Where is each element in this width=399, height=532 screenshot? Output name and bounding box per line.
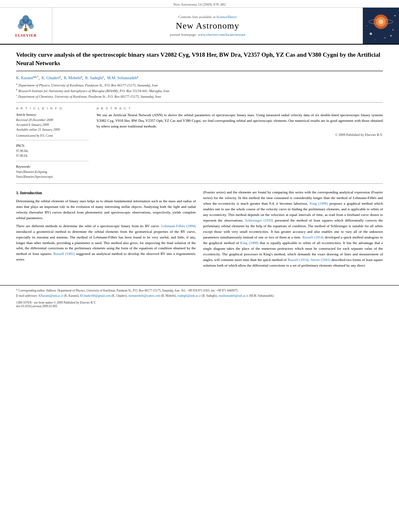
email-soltanzadeh[interactable]: msoltanzadeh@uok.ac.ir <box>218 294 248 298</box>
journal-thumbnail-image <box>363 8 399 44</box>
svg-point-10 <box>378 19 383 24</box>
ref-lehmann-1894[interactable]: Lehmann-Filhés (1894) <box>161 224 196 228</box>
author-2-sup: a <box>60 75 61 78</box>
ref-russell-1902[interactable]: Russell (1902) <box>53 252 75 256</box>
elsevier-logo: ELSEVIER <box>15 14 37 37</box>
svg-rect-6 <box>24 28 27 31</box>
abstract-col: A B S T R A C T We use an Artificial Neu… <box>97 107 383 179</box>
pacs-label: PACS: <box>16 144 88 148</box>
svg-point-16 <box>393 29 394 31</box>
affil-c-text: Department of Chemistry, University of K… <box>17 94 161 99</box>
communicated-by: Communicated by P.S. Conti <box>16 134 88 138</box>
sciencedirect-link: Contents lists available at ScienceDirec… <box>179 15 237 19</box>
journal-meta-text: New Astronomy 14 (2009) 478–482 <box>173 2 226 6</box>
page-footer: * Corresponding author. Address: Departm… <box>0 285 399 308</box>
svg-point-12 <box>370 33 372 35</box>
affil-b-text: Research Institute for Astronomy and Ast… <box>18 89 170 93</box>
journal-homepage-link[interactable]: www.elsevier.com/locate/newast <box>198 33 245 37</box>
ref-sterne-1941[interactable]: Sterne (1941) <box>311 258 330 262</box>
footer-copyright: 1384-1076/$ - see front matter © 2009 Pu… <box>16 301 383 308</box>
author-5-sup: a <box>137 75 138 78</box>
ref-king-1908[interactable]: King (1908) <box>310 201 328 205</box>
section-1-heading: 1. Introduction <box>16 190 196 196</box>
corresponding-author-note: * Corresponding author. Address: Departm… <box>16 289 383 293</box>
article-title: Velocity curve analysis of the spectrosc… <box>16 51 383 71</box>
article-history: Article history: Received 28 December 20… <box>16 113 88 140</box>
email-note: E-mail addresses: KKarami@uok.ac.ir (K. … <box>16 294 383 298</box>
email-ghaderi[interactable]: KGhaderi60@gmail.com <box>80 294 111 298</box>
article-info-abstract: A R T I C L E I N F O Article history: R… <box>16 107 383 184</box>
svg-point-18 <box>395 15 396 16</box>
history-available: Available online 21 January 2009 <box>16 127 88 132</box>
ref-king-1908b[interactable]: King (1908) <box>240 241 258 245</box>
ref-russell-1914[interactable]: Russell (1914) <box>302 235 324 239</box>
email-karami[interactable]: KKarami@uok.ac.ir <box>39 294 63 298</box>
abstract-text: We use an Artificial Neural Network (ANN… <box>97 113 383 129</box>
body-col-right: (Fourier series) and the elements are fo… <box>203 190 383 271</box>
doi-line: doi:10.1016/j.newast.2009.01.005 <box>16 304 57 308</box>
affil-a-text: Department of Physics, University of Kur… <box>18 83 158 87</box>
journal-meta-bar: New Astronomy 14 (2009) 478–482 <box>0 0 399 8</box>
body-para-3: (Fourier series) and the elements are fo… <box>203 190 383 268</box>
page: New Astronomy 14 (2009) 478–482 ELSEVIER <box>0 0 399 532</box>
issn-line: 1384-1076/$ - see front matter © 2009 Pu… <box>16 301 96 304</box>
journal-title: New Astronomy <box>176 21 239 31</box>
svg-point-4 <box>18 23 23 29</box>
pacs-2: 97.80.Fk <box>16 154 88 158</box>
journal-header-left: ELSEVIER <box>0 8 52 44</box>
sciencedirect-url[interactable]: ScienceDirect <box>216 15 237 19</box>
svg-point-13 <box>390 35 392 37</box>
author-4: R. Sadeghi <box>85 76 103 80</box>
svg-point-14 <box>385 37 386 39</box>
keyword-1: Stars;Binaries;Eclipsing <box>16 170 88 175</box>
body-content: 1. Introduction Determining the orbital … <box>16 190 383 271</box>
email-sadeghi[interactable]: rsadeghi@uok.ac.ir <box>177 294 201 298</box>
elsevier-text: ELSEVIER <box>15 33 37 37</box>
ref-russell-1914b[interactable]: Russell (1914) <box>288 258 309 262</box>
history-accepted: Accepted 6 January 2009 <box>16 123 88 127</box>
author-1-sup: a,b,* <box>33 75 39 78</box>
body-para-2: There are different methods to determine… <box>16 224 196 263</box>
article-history-label: Article history: <box>16 113 88 117</box>
body-para-1: Determining the orbital elements of bina… <box>16 199 196 221</box>
svg-point-15 <box>374 39 375 40</box>
svg-point-17 <box>366 25 367 26</box>
journal-header-right <box>363 8 399 44</box>
author-4-sup: c <box>103 75 104 78</box>
author-5: M.M. Soltanzadeh <box>107 76 137 80</box>
affiliations: a Department of Physics, University of K… <box>16 82 383 103</box>
keyword-2: Stars;Binaries;Spectroscopic <box>16 175 88 179</box>
email-mohebi[interactable]: mzitamohebi@yahoo.com <box>128 294 160 298</box>
journal-homepage: journal homepage: www.elsevier.com/locat… <box>170 33 245 37</box>
pacs-section: PACS: 97.80.Hn 97.80.Fk <box>16 144 88 161</box>
ref-schlesinger-1910[interactable]: Schlesinger (1910) <box>245 218 273 222</box>
svg-point-5 <box>29 23 34 29</box>
author-3-sup: a <box>81 75 82 78</box>
elsevier-tree-icon <box>15 14 37 33</box>
author-3: R. Mohebi <box>64 76 81 80</box>
authors-line: K. Karamia,b,*, K. Ghaderia, R. Mohebia,… <box>16 75 383 80</box>
astronomy-thumbnail-icon <box>363 8 399 44</box>
abstract-label: A B S T R A C T <box>97 107 383 110</box>
history-received: Received 28 December 2008 <box>16 118 88 123</box>
pacs-1: 97.80.Hn <box>16 149 88 154</box>
author-1: K. Karami <box>16 76 33 80</box>
article-info-label: A R T I C L E I N F O <box>16 107 88 110</box>
author-2: K. Ghaderi <box>41 76 59 80</box>
keywords-label: Keywords: <box>16 164 88 168</box>
article-content: Velocity curve analysis of the spectrosc… <box>0 45 399 277</box>
body-col-left: 1. Introduction Determining the orbital … <box>16 190 196 271</box>
keywords-section: Keywords: Stars;Binaries;Eclipsing Stars… <box>16 164 88 179</box>
journal-header-center: Contents lists available at ScienceDirec… <box>52 8 363 44</box>
journal-header: ELSEVIER Contents lists available at Sci… <box>0 8 399 45</box>
footer-footnotes: * Corresponding author. Address: Departm… <box>16 289 383 298</box>
copyright: © 2009 Published by Elsevier B.V. <box>97 133 383 137</box>
article-info-col: A R T I C L E I N F O Article history: R… <box>16 107 88 179</box>
